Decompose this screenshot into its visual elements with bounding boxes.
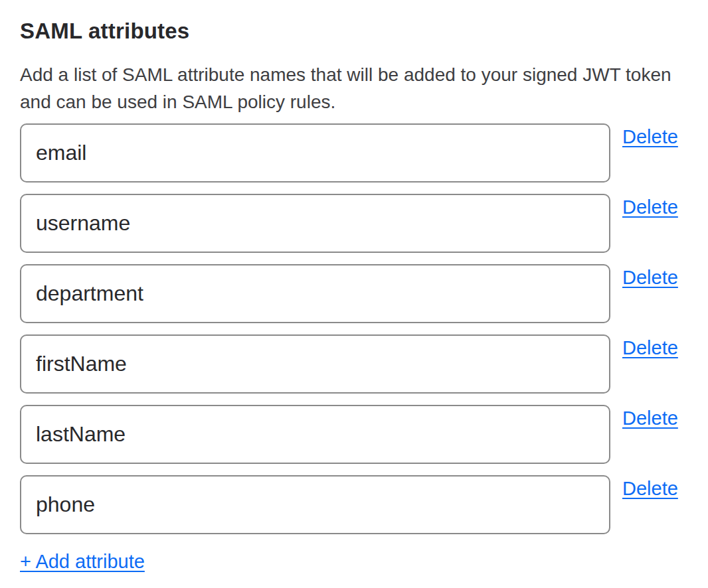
attribute-row: Delete [20,123,688,183]
attribute-list: Delete Delete Delete Delete Delete Delet… [20,123,688,534]
attribute-name-input[interactable] [20,194,610,253]
attribute-row: Delete [20,475,688,534]
attribute-name-input[interactable] [20,475,610,534]
attribute-name-input[interactable] [20,264,610,323]
delete-attribute-link[interactable]: Delete [622,407,678,429]
delete-attribute-link[interactable]: Delete [622,196,678,218]
attribute-row: Delete [20,264,688,323]
add-attribute-link[interactable]: + Add attribute [20,550,145,573]
delete-attribute-link[interactable]: Delete [622,125,678,148]
attribute-name-input[interactable] [20,123,610,183]
saml-attributes-section: SAML attributes Add a list of SAML attri… [0,0,708,588]
section-title: SAML attributes [20,17,688,45]
delete-attribute-link[interactable]: Delete [622,336,678,359]
delete-attribute-link[interactable]: Delete [622,266,678,289]
attribute-name-input[interactable] [20,405,610,464]
delete-attribute-link[interactable]: Delete [622,477,678,500]
attribute-name-input[interactable] [20,334,610,394]
attribute-row: Delete [20,405,688,464]
section-description: Add a list of SAML attribute names that … [20,61,688,115]
attribute-row: Delete [20,334,688,394]
attribute-row: Delete [20,194,688,253]
